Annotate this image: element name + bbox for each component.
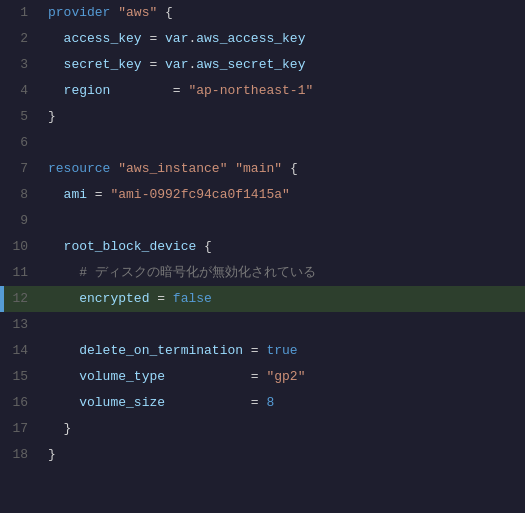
line-content: encrypted = false bbox=[44, 286, 525, 312]
token-plain bbox=[48, 369, 79, 384]
token-plain: = bbox=[149, 291, 172, 306]
token-plain: { bbox=[196, 239, 212, 254]
token-plain bbox=[48, 31, 64, 46]
line-content: secret_key = var.aws_secret_key bbox=[44, 52, 525, 78]
token-str: "gp2" bbox=[266, 369, 305, 384]
line-number: 1 bbox=[4, 0, 44, 26]
line-content: access_key = var.aws_access_key bbox=[44, 26, 525, 52]
token-attr: volume_type bbox=[79, 369, 165, 384]
token-plain bbox=[48, 83, 64, 98]
code-line: 12 encrypted = false bbox=[0, 286, 525, 312]
token-plain: { bbox=[282, 161, 298, 176]
token-plain: = bbox=[243, 343, 266, 358]
code-line: 2 access_key = var.aws_access_key bbox=[0, 26, 525, 52]
code-line: 16 volume_size = 8 bbox=[0, 390, 525, 416]
token-attr: delete_on_termination bbox=[79, 343, 243, 358]
line-number: 3 bbox=[4, 52, 44, 78]
line-content: delete_on_termination = true bbox=[44, 338, 525, 364]
line-content: } bbox=[44, 442, 525, 468]
line-content: region = "ap-northeast-1" bbox=[44, 78, 525, 104]
line-content: volume_type = "gp2" bbox=[44, 364, 525, 390]
line-number: 13 bbox=[4, 312, 44, 338]
token-attr: aws_secret_key bbox=[196, 57, 305, 72]
code-line: 14 delete_on_termination = true bbox=[0, 338, 525, 364]
token-plain: } bbox=[48, 421, 71, 436]
line-content bbox=[44, 208, 525, 234]
line-number: 7 bbox=[4, 156, 44, 182]
code-line: 4 region = "ap-northeast-1" bbox=[0, 78, 525, 104]
code-line: 17 } bbox=[0, 416, 525, 442]
line-number: 14 bbox=[4, 338, 44, 364]
line-content bbox=[44, 130, 525, 156]
code-line: 15 volume_type = "gp2" bbox=[0, 364, 525, 390]
code-line: 13 bbox=[0, 312, 525, 338]
token-attr: secret_key bbox=[64, 57, 142, 72]
code-line: 10 root_block_device { bbox=[0, 234, 525, 260]
token-plain bbox=[48, 291, 79, 306]
line-content: ami = "ami-0992fc94ca0f1415a" bbox=[44, 182, 525, 208]
code-line: 11 # ディスクの暗号化が無効化されている bbox=[0, 260, 525, 286]
token-attr: access_key bbox=[64, 31, 142, 46]
token-str: "aws" bbox=[118, 5, 157, 20]
code-editor: 1provider "aws" {2 access_key = var.aws_… bbox=[0, 0, 525, 513]
token-attr: aws_access_key bbox=[196, 31, 305, 46]
token-plain bbox=[48, 265, 79, 280]
token-plain: = bbox=[142, 31, 165, 46]
code-line: 6 bbox=[0, 130, 525, 156]
token-val: false bbox=[173, 291, 212, 306]
line-content: } bbox=[44, 104, 525, 130]
line-number: 9 bbox=[4, 208, 44, 234]
token-str: "ap-northeast-1" bbox=[188, 83, 313, 98]
line-number: 16 bbox=[4, 390, 44, 416]
token-attr: var bbox=[165, 57, 188, 72]
token-comment: # ディスクの暗号化が無効化されている bbox=[79, 265, 316, 280]
line-number: 15 bbox=[4, 364, 44, 390]
token-attr: volume_size bbox=[79, 395, 165, 410]
line-content: root_block_device { bbox=[44, 234, 525, 260]
code-line: 9 bbox=[0, 208, 525, 234]
token-plain bbox=[48, 187, 64, 202]
code-line: 8 ami = "ami-0992fc94ca0f1415a" bbox=[0, 182, 525, 208]
token-val: true bbox=[266, 343, 297, 358]
token-str: "aws_instance" bbox=[118, 161, 227, 176]
line-content: } bbox=[44, 416, 525, 442]
line-number: 10 bbox=[4, 234, 44, 260]
line-number: 17 bbox=[4, 416, 44, 442]
token-plain: = bbox=[110, 83, 188, 98]
token-plain: } bbox=[48, 447, 56, 462]
token-attr: encrypted bbox=[79, 291, 149, 306]
token-val: 8 bbox=[266, 395, 274, 410]
token-plain: = bbox=[165, 395, 266, 410]
line-number: 8 bbox=[4, 182, 44, 208]
token-attr: var bbox=[165, 31, 188, 46]
code-line: 3 secret_key = var.aws_secret_key bbox=[0, 52, 525, 78]
line-number: 4 bbox=[4, 78, 44, 104]
line-number: 2 bbox=[4, 26, 44, 52]
token-plain: = bbox=[87, 187, 110, 202]
line-content: resource "aws_instance" "main" { bbox=[44, 156, 525, 182]
token-attr: ami bbox=[64, 187, 87, 202]
line-number: 5 bbox=[4, 104, 44, 130]
token-plain bbox=[48, 343, 79, 358]
token-plain: { bbox=[157, 5, 173, 20]
token-plain bbox=[48, 57, 64, 72]
code-line: 7resource "aws_instance" "main" { bbox=[0, 156, 525, 182]
token-plain bbox=[48, 239, 64, 254]
line-number: 11 bbox=[4, 260, 44, 286]
token-str: "main" bbox=[235, 161, 282, 176]
token-plain: } bbox=[48, 109, 56, 124]
token-str: "ami-0992fc94ca0f1415a" bbox=[110, 187, 289, 202]
line-content: volume_size = 8 bbox=[44, 390, 525, 416]
token-kw: provider bbox=[48, 5, 110, 20]
token-plain: = bbox=[165, 369, 266, 384]
line-content: # ディスクの暗号化が無効化されている bbox=[44, 260, 525, 286]
token-attr: region bbox=[64, 83, 111, 98]
code-line: 18} bbox=[0, 442, 525, 468]
line-content: provider "aws" { bbox=[44, 0, 525, 26]
code-line: 1provider "aws" { bbox=[0, 0, 525, 26]
line-content bbox=[44, 312, 525, 338]
code-line: 5} bbox=[0, 104, 525, 130]
token-kw: resource bbox=[48, 161, 110, 176]
line-number: 6 bbox=[4, 130, 44, 156]
line-number: 18 bbox=[4, 442, 44, 468]
